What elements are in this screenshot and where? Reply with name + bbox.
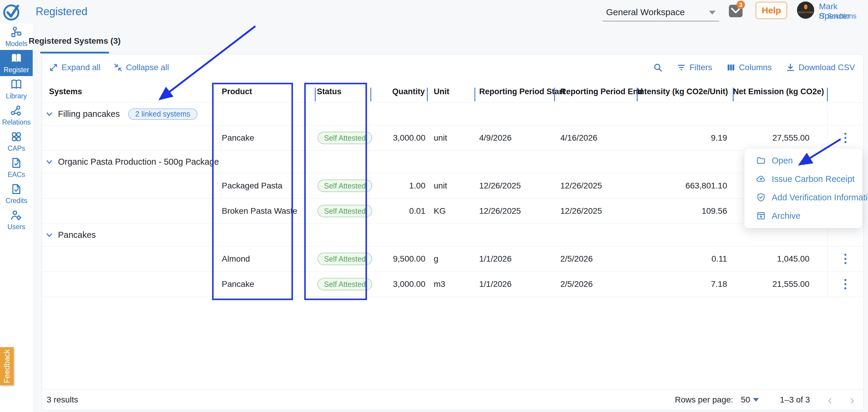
users-icon <box>10 209 22 221</box>
user-org: IT Soultions <box>819 12 857 20</box>
table-row[interactable]: Almond Self Attested 9,500.00 g 1/1/2026… <box>42 247 863 272</box>
table-row[interactable]: Pancake Self Attested 3,000.00 unit 4/9/… <box>42 125 863 151</box>
menu-item-add-verification-information[interactable]: Add Verification Information <box>744 188 862 207</box>
reporting-period-start-cell: 12/26/2025 <box>475 173 554 198</box>
group-row[interactable]: Filling pancakes 2 linked systems <box>42 103 863 125</box>
col-header-product[interactable]: Product <box>215 87 294 96</box>
column-resize-handle[interactable] <box>370 88 371 101</box>
kebab-menu-icon <box>844 278 846 290</box>
table-row[interactable]: Pancake Self Attested 3,000.00 m3 1/1/20… <box>42 272 863 297</box>
search-icon[interactable] <box>653 63 662 72</box>
col-header-reporting-period-end[interactable]: Reporting Period End <box>554 87 637 96</box>
rows-per-page-select[interactable]: 50 <box>741 395 759 405</box>
sidebar-item-caps[interactable]: CAPs <box>0 128 33 155</box>
kebab-menu-icon <box>844 132 846 144</box>
table-row[interactable]: Broken Pasta Waste Self Attested 0.01 KG… <box>42 198 863 224</box>
quantity-cell: 0.01 <box>371 198 427 224</box>
column-resize-handle[interactable] <box>637 88 638 101</box>
status-badge: Self Attested <box>317 278 372 290</box>
library-icon <box>10 78 22 90</box>
kebab-menu-icon <box>844 253 846 265</box>
product-cell: Pancake <box>215 272 294 297</box>
tab-active-indicator <box>40 52 109 54</box>
intensity-cell: 109.56 <box>637 198 733 224</box>
column-resize-handle[interactable] <box>474 88 475 101</box>
status-badge: Self Attested <box>317 205 372 217</box>
row-actions-button[interactable] <box>827 272 863 297</box>
chevron-down-icon[interactable] <box>45 158 53 166</box>
sidebar-item-users[interactable]: Users <box>0 207 33 233</box>
sidebar-item-relations[interactable]: Relations <box>0 102 33 128</box>
collapse-all-button[interactable]: Collapse all <box>114 63 169 72</box>
column-resize-handle[interactable] <box>733 88 734 101</box>
intensity-cell: 663,801.10 <box>637 173 733 198</box>
col-header-reporting-period-start[interactable]: Reporting Period Start <box>475 87 554 96</box>
column-resize-handle[interactable] <box>554 88 555 101</box>
col-header-unit[interactable]: Unit <box>427 87 475 96</box>
registered-systems-card: Expand all Collapse all Filters <box>42 54 864 410</box>
chevron-down-icon <box>709 11 715 14</box>
sidebar-item-register[interactable]: Register <box>0 50 33 76</box>
column-resize-handle[interactable] <box>827 88 828 101</box>
previous-page-button[interactable]: ‹ <box>828 393 832 406</box>
net-emission-cell: 1,045.00 <box>733 247 827 272</box>
unit-cell: m3 <box>427 272 475 297</box>
product-cell: Almond <box>215 247 294 272</box>
columns-button[interactable]: Columns <box>726 63 772 72</box>
net-emission-cell: 27,555.00 <box>733 125 827 150</box>
next-page-button[interactable]: › <box>850 393 854 406</box>
menu-item-issue-carbon-receipt[interactable]: Issue Carbon Receipt <box>744 170 862 188</box>
quantity-cell: 9,500.00 <box>371 247 427 272</box>
sidebar-item-models[interactable]: Models <box>0 24 33 50</box>
workspace-select-value: General Workspace <box>606 7 685 17</box>
reporting-period-end-cell: 12/26/2025 <box>554 198 637 224</box>
table-header-row: Systems Product Status Quantity Unit Rep… <box>42 81 863 103</box>
workspace-select[interactable]: General Workspace <box>602 3 719 22</box>
product-cell: Packaged Pasta <box>215 173 294 198</box>
relations-icon <box>10 105 22 117</box>
help-button[interactable]: Help <box>756 2 787 19</box>
menu-item-archive[interactable]: Archive <box>744 207 862 225</box>
linked-systems-badge[interactable]: 2 linked systems <box>128 108 197 120</box>
reporting-period-end-cell: 2/5/2026 <box>554 247 637 272</box>
sidebar-item-credits[interactable]: Credits <box>0 181 33 207</box>
col-header-status[interactable]: Status <box>294 87 371 96</box>
filters-button[interactable]: Filters <box>677 63 712 72</box>
unit-cell: KG <box>427 198 475 224</box>
reporting-period-start-cell: 1/1/2026 <box>475 272 554 297</box>
col-header-quantity[interactable]: Quantity <box>371 87 427 96</box>
system-name: Pancakes <box>58 230 96 240</box>
quantity-cell: 1.00 <box>371 173 427 198</box>
avatar[interactable]: SOULTIONS <box>797 1 814 19</box>
group-row[interactable]: Organic Pasta Production - 500g Package <box>42 151 863 173</box>
expand-all-button[interactable]: Expand all <box>49 63 100 72</box>
product-cell: Pancake <box>215 125 294 150</box>
eacs-icon <box>10 157 22 169</box>
row-actions-button[interactable] <box>827 247 863 272</box>
net-emission-cell: 21,555.00 <box>733 272 827 297</box>
intensity-cell: 7.18 <box>637 272 733 297</box>
group-row[interactable]: Pancakes <box>42 224 863 247</box>
feedback-button[interactable]: Feedback <box>0 347 14 385</box>
status-badge: Self Attested <box>317 132 372 144</box>
table-row[interactable]: Packaged Pasta Self Attested 1.00 unit 1… <box>42 173 863 198</box>
download-csv-button[interactable]: Download CSV <box>786 63 855 72</box>
col-header-net-emission[interactable]: Net Emission (kg CO2e) <box>733 87 827 96</box>
sidebar-item-eacs[interactable]: EACs <box>0 155 33 181</box>
column-resize-handle[interactable] <box>427 88 428 101</box>
col-header-systems[interactable]: Systems <box>42 87 215 96</box>
chevron-down-icon[interactable] <box>45 110 53 118</box>
table-body: Filling pancakes 2 linked systems Pancak… <box>42 103 863 297</box>
intensity-cell: 9.19 <box>637 125 733 150</box>
reporting-period-start-cell: 12/26/2025 <box>475 198 554 224</box>
chevron-down-icon[interactable] <box>45 231 53 239</box>
menu-item-open[interactable]: Open <box>744 151 862 170</box>
status-cell: Self Attested <box>294 125 371 150</box>
row-actions-button[interactable] <box>827 125 863 150</box>
sidebar-item-library[interactable]: Library <box>0 76 33 102</box>
mail-icon <box>731 8 741 15</box>
reporting-period-end-cell: 4/16/2026 <box>554 125 637 150</box>
tab-registered-systems[interactable]: Registered Systems (3) <box>40 29 109 54</box>
column-resize-handle[interactable] <box>315 88 316 101</box>
col-header-intensity[interactable]: Intensity (kg CO2e/Unit) <box>637 87 733 96</box>
